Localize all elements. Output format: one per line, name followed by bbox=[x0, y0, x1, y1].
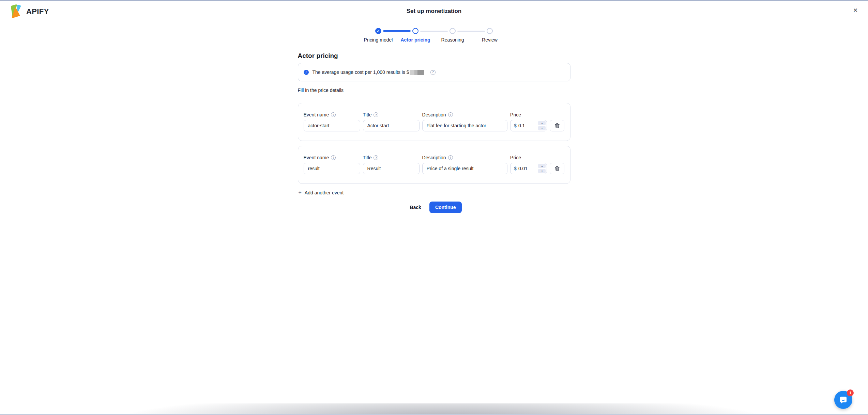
instruction-text: Fill in the price details bbox=[298, 87, 570, 93]
info-icon: i bbox=[304, 70, 309, 75]
price-stepper: ▲ ▼ bbox=[538, 164, 546, 173]
field-label-text: Description bbox=[422, 155, 446, 160]
stepper-step-label: Actor pricing bbox=[400, 37, 430, 43]
help-icon[interactable]: ? bbox=[374, 155, 378, 160]
price-input-group: $ ▲ ▼ bbox=[510, 120, 547, 131]
event-name-input[interactable] bbox=[304, 163, 360, 174]
stepper: ✓ Pricing model Actor pricing Reasoning … bbox=[0, 28, 868, 43]
price-stepper: ▲ ▼ bbox=[538, 121, 546, 130]
caret-up-icon[interactable]: ▲ bbox=[538, 121, 546, 125]
plus-icon: + bbox=[299, 190, 302, 195]
field-event-name: Event name ? bbox=[304, 155, 360, 174]
field-label: Title ? bbox=[363, 155, 420, 160]
info-banner: i The average usage cost per 1,000 resul… bbox=[298, 63, 570, 81]
stepper-step-label: Reasoning bbox=[441, 37, 464, 43]
upcoming-step-dot bbox=[487, 28, 493, 34]
close-icon[interactable]: ✕ bbox=[850, 5, 861, 16]
description-input[interactable] bbox=[422, 163, 508, 174]
window-top-edge bbox=[0, 0, 868, 1]
price-input[interactable] bbox=[518, 123, 537, 128]
delete-event-button[interactable] bbox=[550, 163, 564, 174]
stepper-step-review[interactable]: Review bbox=[471, 28, 508, 43]
caret-down-icon[interactable]: ▼ bbox=[538, 126, 546, 130]
help-icon[interactable]: ? bbox=[331, 155, 336, 160]
field-label-text: Price bbox=[510, 155, 521, 160]
delete-event-button[interactable] bbox=[550, 120, 564, 131]
help-icon[interactable]: ? bbox=[331, 112, 336, 117]
field-label: Title ? bbox=[363, 112, 420, 117]
bottom-shadow bbox=[0, 403, 868, 415]
add-another-event-label: Add another event bbox=[305, 190, 344, 195]
modal-header: APIFY Set up monetization ✕ bbox=[0, 0, 868, 22]
upcoming-step-dot bbox=[450, 28, 456, 34]
price-input-group: $ ▲ ▼ bbox=[510, 163, 547, 174]
field-label-text: Event name bbox=[304, 112, 329, 117]
stepper-step-label: Review bbox=[482, 37, 498, 43]
info-banner-text-prefix: The average usage cost per 1,000 results… bbox=[313, 69, 409, 75]
help-icon[interactable]: ? bbox=[430, 70, 436, 75]
field-label-text: Description bbox=[422, 112, 446, 117]
redacted-value bbox=[410, 70, 424, 75]
field-event-name: Event name ? bbox=[304, 112, 360, 131]
chat-icon bbox=[839, 395, 848, 404]
active-step-dot bbox=[412, 28, 418, 34]
field-label: Event name ? bbox=[304, 112, 360, 117]
help-icon[interactable]: ? bbox=[448, 155, 453, 160]
field-price: Price $ ▲ ▼ bbox=[510, 112, 547, 131]
field-title: Title ? bbox=[363, 155, 420, 174]
chat-launcher-button[interactable]: 1 bbox=[834, 391, 852, 409]
description-input[interactable] bbox=[422, 120, 508, 131]
title-input[interactable] bbox=[363, 163, 420, 174]
trash-icon bbox=[554, 166, 560, 171]
check-icon: ✓ bbox=[375, 28, 381, 34]
field-label: Event name ? bbox=[304, 155, 360, 160]
stepper-step-actor-pricing[interactable]: Actor pricing bbox=[397, 28, 434, 43]
page-title: Set up monetization bbox=[0, 8, 868, 15]
field-label: Price bbox=[510, 155, 547, 160]
currency-symbol: $ bbox=[514, 166, 517, 171]
back-button[interactable]: Back bbox=[406, 202, 424, 213]
wizard-footer: Back Continue bbox=[298, 202, 570, 213]
event-card: Event name ? Title ? Description ? bbox=[298, 146, 570, 184]
help-icon[interactable]: ? bbox=[374, 112, 378, 117]
add-another-event-button[interactable]: + Add another event bbox=[298, 189, 345, 196]
stepper-step-label: Pricing model bbox=[364, 37, 393, 43]
continue-button[interactable]: Continue bbox=[429, 202, 462, 213]
currency-symbol: $ bbox=[514, 123, 517, 128]
field-label-text: Title bbox=[363, 112, 372, 117]
event-name-input[interactable] bbox=[304, 120, 360, 131]
stepper-connector bbox=[457, 31, 485, 32]
field-title: Title ? bbox=[363, 112, 420, 131]
field-label-text: Title bbox=[363, 155, 372, 160]
caret-down-icon[interactable]: ▼ bbox=[538, 169, 546, 173]
field-description: Description ? bbox=[422, 112, 508, 131]
event-card: Event name ? Title ? Description ? bbox=[298, 103, 570, 141]
field-label: Description ? bbox=[422, 155, 508, 160]
field-label: Description ? bbox=[422, 112, 508, 117]
field-label: Price bbox=[510, 112, 547, 117]
field-price: Price $ ▲ ▼ bbox=[510, 155, 547, 174]
stepper-connector bbox=[383, 30, 411, 32]
trash-icon bbox=[554, 123, 560, 128]
caret-up-icon[interactable]: ▲ bbox=[538, 164, 546, 168]
field-description: Description ? bbox=[422, 155, 508, 174]
stepper-connector bbox=[420, 31, 448, 32]
field-label-text: Event name bbox=[304, 155, 329, 160]
title-input[interactable] bbox=[363, 120, 420, 131]
field-label-text: Price bbox=[510, 112, 521, 117]
info-banner-text: The average usage cost per 1,000 results… bbox=[313, 69, 424, 75]
chat-unread-badge: 1 bbox=[847, 389, 854, 396]
section-heading: Actor pricing bbox=[298, 52, 570, 60]
help-icon[interactable]: ? bbox=[448, 112, 453, 117]
main-content: Actor pricing i The average usage cost p… bbox=[298, 52, 570, 213]
stepper-step-reasoning[interactable]: Reasoning bbox=[434, 28, 471, 43]
price-input[interactable] bbox=[518, 166, 537, 171]
